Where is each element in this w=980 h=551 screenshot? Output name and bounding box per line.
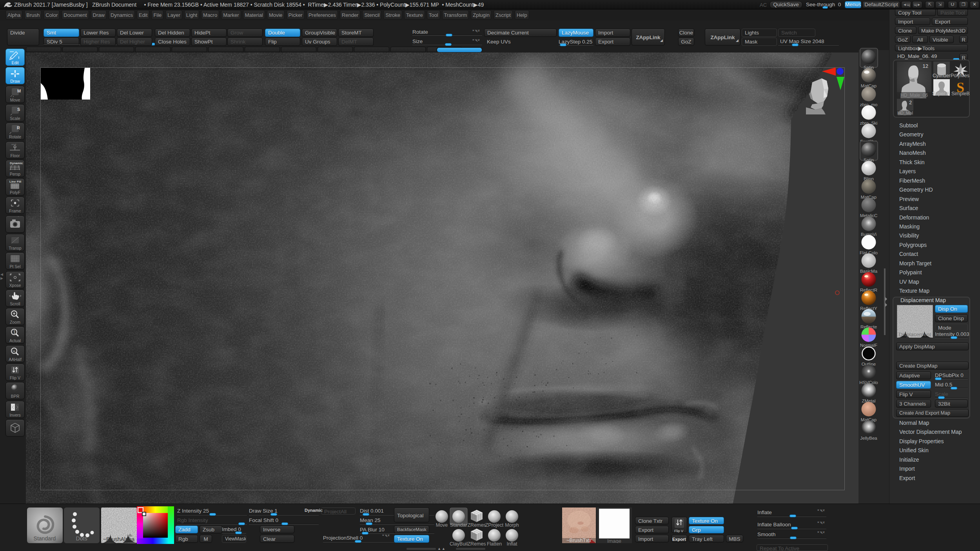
svg-text:Flatten: Flatten	[487, 541, 502, 547]
svg-text:ZRemes: ZRemes	[468, 541, 486, 547]
svg-text:1: 1	[13, 330, 16, 334]
svg-text:Image: Image	[607, 538, 621, 543]
svg-text:2: 2	[909, 100, 912, 105]
svg-text:12: 12	[923, 63, 928, 69]
svg-text:½: ½	[13, 350, 15, 353]
svg-text:JellyBea: JellyBea	[860, 436, 877, 440]
svg-text:Dots: Dots	[76, 535, 87, 542]
svg-text:R: R	[17, 125, 20, 130]
svg-text:HD_Male_06: HD_Male_06	[900, 92, 928, 98]
svg-text:~BrushAlpha: ~BrushAlpha	[103, 536, 135, 542]
svg-text:HD_Mal: HD_Mal	[897, 111, 913, 115]
svg-text:ClayBuil: ClayBuil	[450, 541, 468, 547]
svg-text:S: S	[17, 107, 20, 112]
svg-text:Line Fill: Line Fill	[9, 180, 21, 183]
svg-text:Dynamic: Dynamic	[10, 161, 23, 165]
svg-text:M: M	[17, 89, 21, 93]
svg-text:Standard: Standard	[34, 535, 56, 542]
svg-text:~BrushTxtr: ~BrushTxtr	[566, 537, 592, 543]
svg-text:×ʯz: ×ʯz	[11, 143, 16, 146]
svg-text:Move: Move	[436, 522, 448, 528]
svg-text:Displacement: Displacement	[899, 332, 931, 337]
svg-text:Inflat: Inflat	[506, 541, 517, 547]
